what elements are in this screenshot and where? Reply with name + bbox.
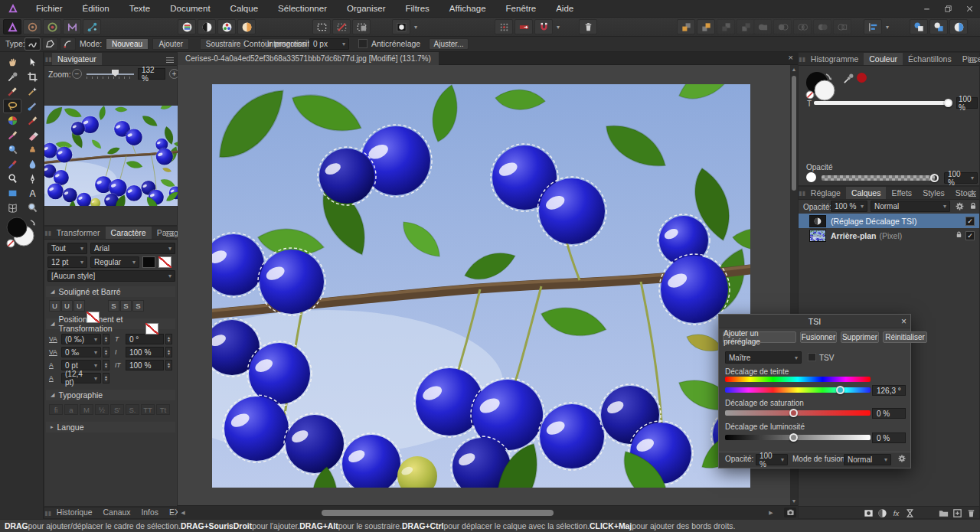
hsl-button-2[interactable]: Supprimer xyxy=(841,331,879,343)
dialog-blend-dropdown[interactable]: Normal▾ xyxy=(844,454,891,465)
lock-layer-icon[interactable] xyxy=(969,201,978,212)
freehand-type-icon[interactable] xyxy=(24,38,41,51)
mode-nouveau[interactable]: Nouveau xyxy=(106,38,149,50)
export-persona-icon[interactable] xyxy=(83,19,101,34)
opacity-value[interactable]: 100 %▾ xyxy=(944,172,978,184)
tab-reglage[interactable]: Réglage xyxy=(805,187,846,199)
photo-image[interactable] xyxy=(212,84,750,488)
pen-tool[interactable] xyxy=(23,171,41,186)
hsl-button-0[interactable]: Ajouter un préréglage xyxy=(723,331,796,343)
alignment-dropdown-icon[interactable]: ▾ xyxy=(884,19,891,34)
layer-row-1[interactable]: Arrière-plan (Pixel) ✓ xyxy=(799,228,979,243)
tab-echantillons[interactable]: Échantillons xyxy=(903,53,957,65)
gradient-tool[interactable] xyxy=(3,142,21,157)
menu-affichage[interactable]: Affichage xyxy=(439,0,496,18)
layer-thumbnail[interactable] xyxy=(809,230,826,242)
insert-inside-icon[interactable] xyxy=(929,19,948,34)
smudge-brush-tool[interactable] xyxy=(3,157,21,171)
menu-selectionner[interactable]: Sélectionner xyxy=(268,0,337,18)
hue-value[interactable]: 126,3 ° xyxy=(872,385,906,396)
invert-selection-icon[interactable] xyxy=(352,19,371,34)
document-tab[interactable]: Cerises-0-4a0a4ed52ef3b68a33571bbb7dc6b7… xyxy=(178,52,439,65)
layer-row-0[interactable]: (Réglage Décalage TSI) ✓ xyxy=(799,214,979,228)
clone-brush-tool[interactable] xyxy=(23,142,41,157)
panel-menu-icon[interactable] xyxy=(969,56,976,63)
mesh-warp-tool[interactable] xyxy=(3,201,21,215)
panel-menu-icon[interactable] xyxy=(969,190,976,197)
menu-texte[interactable]: Texte xyxy=(119,0,161,18)
picked-colour-dot[interactable] xyxy=(857,73,867,83)
close-window-button[interactable] xyxy=(959,0,980,18)
auto-levels-icon[interactable] xyxy=(178,19,196,34)
menu-organiser[interactable]: Organiser xyxy=(337,0,396,18)
move-to-front-icon[interactable] xyxy=(677,19,695,34)
tab-couleur[interactable]: Couleur xyxy=(864,53,903,65)
t-value[interactable]: 100 % xyxy=(956,97,978,109)
delete-selection-icon[interactable] xyxy=(579,19,597,34)
liquify-persona-icon[interactable] xyxy=(23,19,41,34)
mode-ajouter[interactable]: Ajouter xyxy=(152,38,189,50)
close-document-icon[interactable]: × xyxy=(789,53,793,62)
opacity-slider[interactable] xyxy=(822,175,935,181)
hue-knob[interactable] xyxy=(836,386,844,394)
insert-behind-icon[interactable] xyxy=(910,19,928,34)
menu-filtres[interactable]: Filtres xyxy=(396,0,439,18)
layer-settings-gear-icon[interactable] xyxy=(955,201,965,213)
layer-thumbnail[interactable] xyxy=(809,215,826,227)
feather-dropdown[interactable]: 0 px▾ xyxy=(309,38,349,50)
tab-effets[interactable]: Effets xyxy=(886,187,917,199)
layers-opacity-dropdown[interactable]: 100 %▾ xyxy=(831,201,867,212)
sat-knob[interactable] xyxy=(789,409,798,417)
mode-soustraire[interactable]: Soustraire xyxy=(200,38,247,50)
quick-mask-dropdown-icon[interactable]: ▾ xyxy=(412,19,420,34)
channel-dropdown[interactable]: Maître▾ xyxy=(725,351,802,364)
opacity-swatch[interactable] xyxy=(806,172,816,182)
horizontal-scrollbar[interactable]: ◀ ▶ xyxy=(178,505,798,519)
zoom-tool[interactable] xyxy=(23,201,41,215)
ruler-assistant-icon[interactable] xyxy=(514,19,533,34)
sat-value[interactable]: 0 % xyxy=(872,408,906,419)
auto-contrast-icon[interactable] xyxy=(198,19,216,34)
refine-button[interactable]: Ajuster... xyxy=(429,38,469,50)
text-tool[interactable]: A xyxy=(23,186,41,201)
snapping-magnet-icon[interactable] xyxy=(534,19,553,34)
lum-knob[interactable] xyxy=(789,433,798,442)
develop-persona-icon[interactable] xyxy=(43,19,61,34)
erase-brush-tool[interactable] xyxy=(23,128,41,142)
colour-wells[interactable] xyxy=(5,214,39,250)
snapshot-icon[interactable] xyxy=(784,508,796,517)
blemish-removal-tool[interactable] xyxy=(23,84,41,99)
view-tool[interactable] xyxy=(3,55,21,70)
minimize-window-button[interactable] xyxy=(916,0,937,18)
tone-mapping-persona-icon[interactable] xyxy=(63,19,81,34)
menu-fenetre[interactable]: Fenêtre xyxy=(496,0,547,18)
freehand-selection-tool[interactable] xyxy=(3,99,21,113)
layer-lock-icon[interactable] xyxy=(955,230,963,240)
color-picker-tool[interactable] xyxy=(3,70,21,84)
photo-persona-icon[interactable] xyxy=(3,19,21,34)
selection-marquee-icon[interactable] xyxy=(312,19,331,34)
tab-calques[interactable]: Calques xyxy=(846,187,887,199)
layer-visibility-checkbox[interactable]: ✓ xyxy=(965,231,975,240)
tab-styles[interactable]: Styles xyxy=(917,187,950,199)
antialias-checkbox[interactable] xyxy=(358,39,368,48)
menu-document[interactable]: Document xyxy=(160,0,220,18)
eyedropper-icon[interactable] xyxy=(843,73,854,86)
hue-shift-slider[interactable] xyxy=(725,387,871,393)
t-slider-knob[interactable] xyxy=(944,99,952,107)
tab-histogramme[interactable]: Histogramme xyxy=(805,53,864,65)
pixel-grid-assistant-icon[interactable] xyxy=(495,19,513,34)
flood-select-tool[interactable] xyxy=(3,113,21,128)
menu-calque[interactable]: Calque xyxy=(220,0,268,18)
menu-fichier[interactable]: Fichier xyxy=(26,0,73,18)
magnetic-type-icon[interactable] xyxy=(60,38,76,51)
paint-brush-tool[interactable] xyxy=(23,113,41,128)
layer-visibility-checkbox[interactable]: ✓ xyxy=(965,217,975,226)
hsl-dialog-title[interactable]: TSI xyxy=(719,315,910,328)
dialog-gear-icon[interactable] xyxy=(897,454,906,465)
document-canvas[interactable] xyxy=(178,65,798,505)
hsl-close-icon[interactable]: × xyxy=(901,316,906,327)
hsl-button-3[interactable]: Réinitialiser xyxy=(883,331,927,343)
tsv-checkbox[interactable] xyxy=(808,353,816,361)
hsl-dialog[interactable]: TSI × Ajouter un préréglageFusionnerSupp… xyxy=(718,314,911,468)
